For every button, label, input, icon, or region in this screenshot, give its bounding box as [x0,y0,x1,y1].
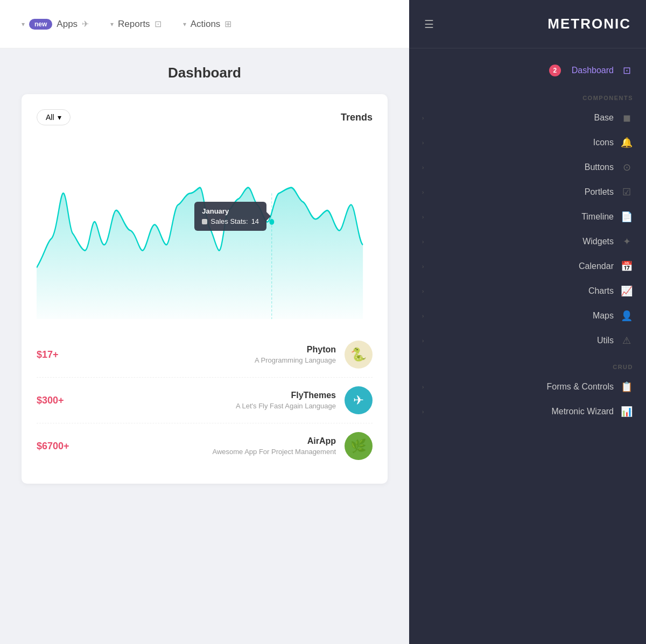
item-name: AirApp [85,436,336,446]
sidebar-item-timeline[interactable]: › Timeline 📄 [409,204,646,229]
metronic-wizard-icon: 📊 [620,406,633,417]
chevron-down-icon: ▾ [110,20,114,28]
actions-icon: ⊞ [224,19,231,29]
apps-badge: new [29,19,52,30]
chevron-down-icon: ▾ [183,20,186,28]
sidebar-label: Charts [588,286,614,296]
timeline-icon: 📄 [620,211,633,223]
sidebar-label: Buttons [585,162,614,172]
sidebar: ☰ METRONIC 2 Dashboard ⊡ COMPONENTS › Ba… [409,0,646,644]
nav-item-reports[interactable]: ▾ Reports ⊡ [110,19,162,30]
sidebar-item-widgets[interactable]: › Widgets ✦ [409,229,646,254]
avatar: ✈ [345,386,373,414]
item-price: $17+ [37,349,85,360]
chevron-right-icon: › [422,384,424,390]
main-content: Dashboard All ▾ Trends [0,48,409,500]
sidebar-item-icons[interactable]: › Icons 🔔 [409,130,646,155]
buttons-icon: ⊙ [620,161,633,173]
base-icon: ◼ [620,112,633,124]
chevron-right-icon: › [422,288,424,294]
item-info: Phyton A Programming Language [85,345,345,364]
sidebar-item-buttons[interactable]: › Buttons ⊙ [409,155,646,180]
avatar: 🌿 [345,432,373,460]
avatar-emoji: ✈ [353,393,364,408]
chevron-right-icon: › [422,165,424,171]
sidebar-item-base[interactable]: › Base ◼ [409,105,646,130]
forms-controls-icon: 📋 [620,381,633,393]
sidebar-item-maps[interactable]: › Maps 👤 [409,303,646,328]
sidebar-label-dashboard: Dashboard [572,66,614,75]
sidebar-label: Forms & Controls [547,382,614,392]
svg-point-1 [269,219,274,225]
sidebar-header: ☰ METRONIC [409,0,646,48]
items-list: $17+ Phyton A Programming Language 🐍 $30… [37,332,373,469]
widgets-icon: ✦ [620,236,633,247]
chevron-down-icon: ▾ [22,20,25,28]
apps-icon: ✈ [82,19,89,29]
chevron-right-icon: › [422,338,424,344]
item-desc: A Let's Fly Fast Again Language [85,402,336,410]
dashboard-icon: ⊡ [620,65,633,76]
sidebar-label: Utils [597,336,614,345]
list-item: $300+ FlyThemes A Let's Fly Fast Again L… [37,378,373,423]
sidebar-item-charts[interactable]: › Charts 📈 [409,279,646,303]
hamburger-icon[interactable]: ☰ [424,18,434,31]
chevron-right-icon: › [422,409,424,415]
chart-svg [37,136,373,319]
chevron-right-icon: › [422,140,424,146]
brand-name: METRONIC [547,16,631,32]
sidebar-item-forms-controls[interactable]: › Forms & Controls 📋 [409,374,646,399]
sidebar-label: Widgets [582,237,614,246]
sidebar-item-calendar[interactable]: › Calendar 📅 [409,254,646,279]
sidebar-label: Timeline [581,212,614,222]
sidebar-item-dashboard[interactable]: 2 Dashboard ⊡ [409,57,646,84]
sidebar-nav: 2 Dashboard ⊡ COMPONENTS › Base ◼ › Icon… [409,48,646,433]
card-title: Trends [341,112,373,123]
card-header: All ▾ Trends [37,109,373,125]
chevron-right-icon: › [422,264,424,270]
sidebar-item-metronic-wizard[interactable]: › Metronic Wizard 📊 [409,399,646,424]
avatar-emoji: 🌿 [350,438,367,454]
charts-icon: 📈 [620,285,633,297]
item-info: AirApp Awesome App For Project Managemen… [85,436,345,456]
chevron-right-icon: › [422,189,424,195]
sidebar-label: Icons [593,138,614,147]
reports-label: Reports [118,19,150,30]
reports-icon: ⊡ [155,19,162,29]
item-desc: Awesome App For Project Management [85,448,336,456]
sidebar-label: Portlets [585,187,614,197]
top-navigation: ▾ new Apps ✈ ▾ Reports ⊡ ▾ Actions ⊞ [0,0,409,48]
calendar-icon: 📅 [620,260,633,272]
components-section-label: COMPONENTS [409,84,646,105]
avatar: 🐍 [345,341,373,369]
sidebar-label: Metronic Wizard [551,407,614,416]
chevron-right-icon: › [422,313,424,319]
item-info: FlyThemes A Let's Fly Fast Again Languag… [85,391,345,410]
dashboard-badge: 2 [549,65,561,76]
nav-item-apps[interactable]: ▾ new Apps ✈ [22,19,89,30]
filter-button[interactable]: All ▾ [37,109,71,125]
nav-item-actions[interactable]: ▾ Actions ⊞ [183,19,232,30]
chevron-right-icon: › [422,115,424,121]
sidebar-label: Calendar [579,261,614,271]
dashboard-card: All ▾ Trends [22,94,388,484]
utils-icon: ⚠ [620,335,633,346]
sidebar-label: Maps [593,311,614,321]
chevron-right-icon: › [422,239,424,245]
actions-label: Actions [191,19,221,30]
chevron-right-icon: › [422,214,424,220]
item-price: $6700+ [37,441,85,452]
list-item: $6700+ AirApp Awesome App For Project Ma… [37,423,373,469]
item-price: $300+ [37,395,85,406]
item-name: Phyton [85,345,336,355]
sidebar-label: Base [594,113,614,123]
item-name: FlyThemes [85,391,336,400]
portlets-icon: ☑ [620,186,633,198]
avatar-emoji: 🐍 [350,347,367,362]
item-desc: A Programming Language [85,356,336,364]
sidebar-item-utils[interactable]: › Utils ⚠ [409,328,646,353]
sidebar-item-portlets[interactable]: › Portlets ☑ [409,180,646,204]
chevron-down-icon: ▾ [58,113,61,122]
list-item: $17+ Phyton A Programming Language 🐍 [37,332,373,378]
crud-section-label: CRUD [409,353,646,374]
